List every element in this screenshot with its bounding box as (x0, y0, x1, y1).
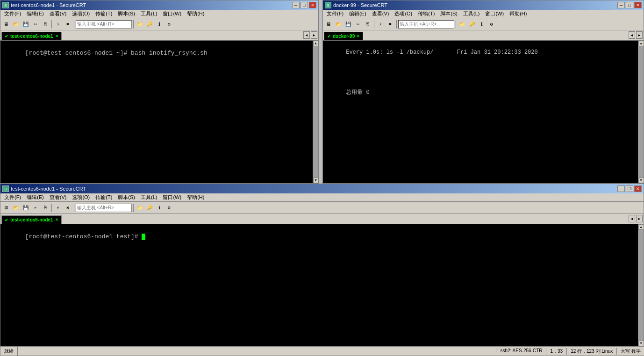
menu-help-1[interactable]: 帮助(H) (184, 10, 207, 17)
menu-options-3[interactable]: 选项(O) (69, 194, 93, 201)
host-input-1[interactable] (76, 20, 132, 28)
menu-file-1[interactable]: 文件(F) (1, 10, 24, 17)
menu-help-3[interactable]: 帮助(H) (184, 194, 207, 201)
scroll-track-2[interactable] (638, 46, 644, 178)
scroll-down-1[interactable]: ▼ (313, 178, 319, 183)
tab-close-1[interactable]: ✕ (55, 34, 58, 38)
maximize-button-1[interactable]: □ (301, 2, 308, 8)
menu-transfer-2[interactable]: 传输(T) (415, 10, 437, 17)
tb-settings-3[interactable]: ⚙ (165, 203, 174, 213)
scroll-track-1[interactable] (313, 46, 318, 178)
tb-cut-2[interactable]: ✂ (353, 20, 363, 29)
menu-tools-1[interactable]: 工具(L) (138, 10, 160, 17)
tab-next-1[interactable]: ► (311, 31, 317, 39)
tab-centos6-1[interactable]: ✔ test-centos6-node1 ✕ (1, 32, 62, 40)
menu-edit-1[interactable]: 编辑(E) (24, 10, 47, 17)
tb-save-2[interactable]: 💾 (343, 20, 353, 29)
menu-script-2[interactable]: 脚本(S) (437, 10, 460, 17)
tb-open-1[interactable]: 📂 (11, 20, 21, 29)
tb-new-2[interactable]: 🖥 (324, 20, 333, 29)
close-button-1[interactable]: ✕ (309, 2, 316, 8)
scroll-up-3[interactable]: ▲ (638, 224, 644, 230)
window-controls-1[interactable]: ─ □ ✕ (292, 2, 316, 8)
tb-key-2[interactable]: 🔑 (467, 20, 477, 29)
tb-save-1[interactable]: 💾 (21, 20, 30, 29)
tab-close-2[interactable]: ✕ (357, 34, 360, 38)
tb-copy-2[interactable]: ⎘ (363, 20, 372, 29)
tb-sftp-1[interactable]: 📁 (135, 20, 144, 29)
menu-tools-3[interactable]: 工具(L) (138, 194, 160, 201)
scrollbar-1[interactable]: ▲ ▼ (313, 41, 318, 183)
tb-settings-1[interactable]: ⚙ (165, 20, 174, 29)
tb-info-3[interactable]: ℹ (155, 203, 164, 213)
terminal-2[interactable]: Every 1.0s: ls -l /backup/ Fri Jan 31 20… (323, 41, 644, 183)
window-docker99[interactable]: S docker-99 - SecureCRT ─ □ ✕ 文件(F) 编辑(E… (322, 0, 644, 184)
menu-edit-3[interactable]: 编辑(E) (24, 194, 47, 201)
tb-new-1[interactable]: 🖥 (1, 20, 11, 29)
menu-window-2[interactable]: 窗口(W) (482, 10, 507, 17)
tb-key-1[interactable]: 🔑 (145, 20, 154, 29)
menu-transfer-3[interactable]: 传输(T) (93, 194, 115, 201)
tb-copy-1[interactable]: ⎘ (41, 20, 50, 29)
tab-prev-3[interactable]: ◄ (629, 215, 635, 222)
window-centos6-node1-bottom[interactable]: S test-centos6-node1 - SecureCRT ─ ❐ ✕ 文… (0, 184, 644, 356)
tab-docker99[interactable]: ✔ docker-99 ✕ (324, 32, 363, 40)
tb-info-1[interactable]: ℹ (155, 20, 164, 29)
menu-help-2[interactable]: 帮助(H) (507, 10, 530, 17)
tb-open-2[interactable]: 📂 (334, 20, 343, 29)
tab-prev-2[interactable]: ◄ (629, 31, 635, 39)
restore-button-3[interactable]: ❐ (626, 185, 633, 192)
tb-copy-3[interactable]: ⎘ (41, 203, 50, 213)
minimize-button-1[interactable]: ─ (292, 2, 300, 8)
terminal-3[interactable]: [root@test-centos6-node1 test]# (0, 224, 644, 346)
minimize-button-2[interactable]: ─ (617, 2, 625, 8)
window-controls-2[interactable]: ─ □ ✕ (617, 2, 642, 8)
menu-view-1[interactable]: 查看(V) (47, 10, 70, 17)
tb-cut-3[interactable]: ✂ (31, 203, 40, 213)
tb-connect-1[interactable]: ⚡ (53, 20, 63, 29)
tb-disconnect-2[interactable]: ✖ (386, 20, 395, 29)
window-centos6-node1-top[interactable]: S test-centos6-node1 - SecureCRT ─ □ ✕ 文… (0, 0, 319, 184)
tb-connect-3[interactable]: ⚡ (53, 203, 63, 213)
menu-script-1[interactable]: 脚本(S) (115, 10, 138, 17)
scrollbar-3[interactable]: ▲ ▼ (638, 224, 644, 346)
close-button-3[interactable]: ✕ (634, 185, 642, 192)
tb-sftp-3[interactable]: 📁 (135, 203, 144, 213)
menu-window-1[interactable]: 窗口(W) (160, 10, 184, 17)
menu-view-2[interactable]: 查看(V) (369, 10, 392, 17)
tab-centos6-3[interactable]: ✔ test-centos6-node1 ✕ (1, 215, 62, 224)
menu-edit-2[interactable]: 编辑(E) (346, 10, 369, 17)
host-input-3[interactable] (76, 204, 132, 212)
tb-key-3[interactable]: 🔑 (145, 203, 154, 213)
menu-window-3[interactable]: 窗口(W) (160, 194, 184, 201)
menu-script-3[interactable]: 脚本(S) (115, 194, 138, 201)
menu-options-1[interactable]: 选项(O) (69, 10, 93, 17)
maximize-button-2[interactable]: □ (626, 2, 633, 8)
tab-next-3[interactable]: ► (636, 215, 643, 222)
tb-save-3[interactable]: 💾 (21, 203, 30, 213)
close-button-2[interactable]: ✕ (634, 2, 642, 8)
menu-transfer-1[interactable]: 传输(T) (93, 10, 115, 17)
terminal-1[interactable]: [root@test-centos6-node1 ~]# bash inotif… (0, 41, 318, 183)
window-controls-3[interactable]: ─ ❐ ✕ (617, 185, 642, 192)
menu-options-2[interactable]: 选项(O) (392, 10, 415, 17)
tb-open-3[interactable]: 📂 (11, 203, 21, 213)
scroll-track-3[interactable] (638, 230, 644, 341)
tab-close-3[interactable]: ✕ (55, 218, 58, 222)
tab-next-2[interactable]: ► (636, 31, 643, 39)
menu-file-2[interactable]: 文件(F) (324, 10, 346, 17)
scroll-down-3[interactable]: ▼ (638, 341, 644, 346)
host-input-2[interactable] (398, 20, 454, 28)
tb-sftp-2[interactable]: 📁 (458, 20, 467, 29)
tb-connect-2[interactable]: ⚡ (376, 20, 385, 29)
tab-prev-1[interactable]: ◄ (303, 31, 310, 39)
tb-new-3[interactable]: 🖥 (1, 203, 11, 213)
scroll-down-2[interactable]: ▼ (638, 178, 644, 183)
menu-file-3[interactable]: 文件(F) (1, 194, 24, 201)
minimize-button-3[interactable]: ─ (617, 185, 625, 192)
tb-cut-1[interactable]: ✂ (31, 20, 40, 29)
tb-settings-2[interactable]: ⚙ (487, 20, 496, 29)
scroll-up-2[interactable]: ▲ (638, 41, 644, 46)
menu-tools-2[interactable]: 工具(L) (460, 10, 482, 17)
tb-info-2[interactable]: ℹ (477, 20, 487, 29)
